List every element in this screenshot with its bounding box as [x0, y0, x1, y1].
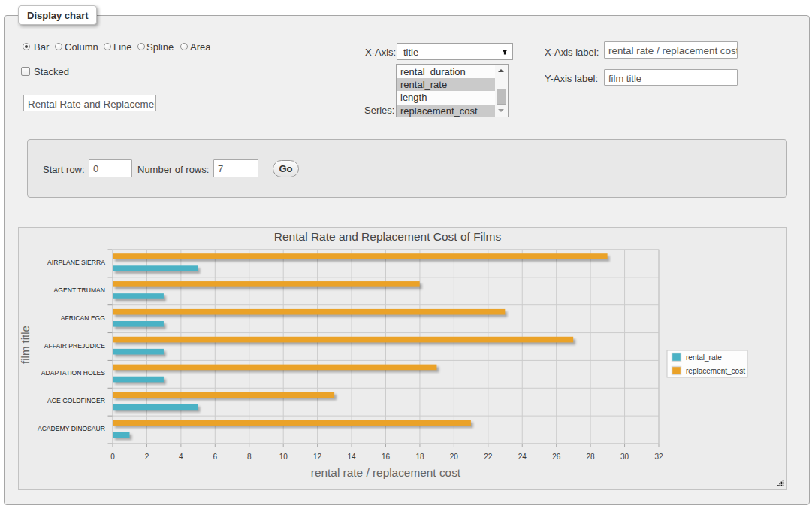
svg-text:rental_rate: rental_rate — [686, 353, 722, 362]
svg-text:10: 10 — [279, 453, 288, 461]
svg-text:6: 6 — [213, 453, 218, 461]
svg-text:16: 16 — [382, 453, 391, 461]
svg-text:ACE GOLDFINGER: ACE GOLDFINGER — [47, 397, 105, 404]
svg-text:AGENT TRUMAN: AGENT TRUMAN — [54, 286, 105, 294]
svg-text:4: 4 — [179, 453, 183, 461]
svg-text:26: 26 — [552, 453, 561, 461]
svg-text:28: 28 — [587, 453, 596, 461]
svg-text:ADAPTATION HOLES: ADAPTATION HOLES — [41, 369, 105, 377]
svg-text:14: 14 — [347, 453, 356, 461]
svg-text:18: 18 — [415, 453, 424, 461]
svg-text:8: 8 — [247, 453, 252, 461]
svg-text:24: 24 — [518, 453, 527, 461]
svg-text:22: 22 — [484, 453, 493, 461]
svg-text:rental rate / replacement cost: rental rate / replacement cost — [311, 466, 461, 479]
svg-text:replacement_cost: replacement_cost — [686, 367, 745, 375]
svg-text:12: 12 — [313, 453, 322, 461]
svg-text:2: 2 — [145, 453, 149, 461]
svg-text:ACADEMY DINOSAUR: ACADEMY DINOSAUR — [38, 425, 105, 432]
svg-text:AIRPLANE SIERRA: AIRPLANE SIERRA — [47, 259, 105, 266]
svg-text:30: 30 — [620, 453, 629, 461]
svg-text:AFRICAN EGG: AFRICAN EGG — [61, 314, 106, 322]
svg-text:AFFAIR PREJUDICE: AFFAIR PREJUDICE — [44, 342, 105, 350]
svg-text:Rental Rate and Replacement Co: Rental Rate and Replacement Cost of Film… — [274, 230, 502, 243]
svg-text:20: 20 — [450, 453, 459, 461]
svg-text:film title: film title — [19, 326, 32, 364]
svg-text:32: 32 — [654, 453, 663, 461]
svg-text:0: 0 — [110, 453, 115, 461]
